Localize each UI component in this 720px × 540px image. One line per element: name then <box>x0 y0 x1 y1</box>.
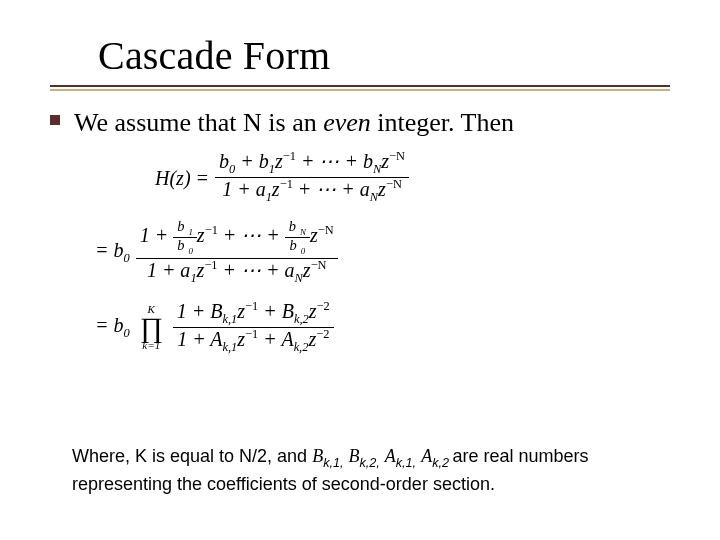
txt: + b <box>235 150 269 172</box>
eq2-denominator: 1 + a1z−1 + ⋯ + aNz−N <box>143 259 331 286</box>
sup: −1 <box>280 177 293 191</box>
txt: b <box>175 218 186 234</box>
eq1-numerator: b0 + b1z−1 + ⋯ + bNz−N <box>215 150 409 177</box>
sup: −1 <box>245 327 258 341</box>
sub: N <box>373 162 381 176</box>
bullet-row: We assume that N is an even integer. The… <box>50 105 670 140</box>
smallfrac-2: bNb0 <box>285 219 310 256</box>
sub: k,2 <box>294 340 309 354</box>
txt: + B <box>258 300 294 322</box>
eq2-fraction: 1 + b1b0z−1 + ⋯ + bNb0z−N 1 + a1z−1 + ⋯ … <box>136 219 338 286</box>
eq3-fraction: 1 + Bk,1z−1 + Bk,2z−2 1 + Ak,1z−1 + Ak,2… <box>173 300 334 355</box>
title-rule <box>50 85 670 91</box>
sub: 0 <box>186 246 194 256</box>
sup: −1 <box>204 258 217 272</box>
sub: 0 <box>124 326 130 340</box>
footer-text: Where, K is equal to N/2, and Bk,1, Bk,2… <box>72 444 660 496</box>
txt: b <box>287 218 298 234</box>
lead-prefix: We assume that N is an <box>74 108 323 137</box>
eq1-lhs: H(z) = <box>155 168 209 188</box>
txt: = b <box>95 239 124 261</box>
txt: z <box>197 224 205 246</box>
coef-B2: B <box>348 446 359 466</box>
lead-suffix: integer. Then <box>371 108 514 137</box>
txt: z <box>309 300 317 322</box>
txt: + ⋯ + <box>218 224 285 246</box>
eq2-lhs: = b0 <box>95 240 130 264</box>
equation-3: = b0 K ∏ k=1 1 + Bk,1z−1 + Bk,2z−2 1 + A… <box>95 300 670 355</box>
sub: N <box>370 190 378 204</box>
txt: Where, K is equal to N/2, and <box>72 446 312 466</box>
equation-1: H(z) = b0 + b1z−1 + ⋯ + bNz−N 1 + a1z−1 … <box>155 150 670 205</box>
sup: −1 <box>205 223 218 237</box>
coef-B1: B <box>312 446 323 466</box>
sub: k,1 <box>222 340 237 354</box>
prod-symbol: ∏ <box>140 315 163 340</box>
sub: N <box>298 227 308 237</box>
sup: −2 <box>316 327 329 341</box>
sub: k,1, <box>396 456 416 470</box>
sup: −N <box>386 177 402 191</box>
sub: k,1, <box>323 456 343 470</box>
txt: 1 + a <box>222 178 266 200</box>
txt: + A <box>258 328 293 350</box>
coef-A1: A <box>385 446 396 466</box>
sub: N <box>295 270 303 284</box>
lead-text: We assume that N is an even integer. The… <box>74 105 514 140</box>
sub: 0 <box>299 246 307 256</box>
coef-A2: A <box>421 446 432 466</box>
sup: −1 <box>245 299 258 313</box>
sup: −1 <box>283 149 296 163</box>
title-wrap: Cascade Form <box>98 32 670 79</box>
sup: −N <box>389 149 405 163</box>
lead-even: even <box>323 108 371 137</box>
txt: z <box>237 328 245 350</box>
txt: b <box>219 150 229 172</box>
eq2-numerator: 1 + b1b0z−1 + ⋯ + bNb0z−N <box>136 219 338 258</box>
sup: −2 <box>317 299 330 313</box>
sup: −N <box>311 258 327 272</box>
txt: + ⋯ + a <box>218 258 295 280</box>
txt: z <box>381 150 389 172</box>
sub: k,1 <box>222 312 237 326</box>
equation-block: H(z) = b0 + b1z−1 + ⋯ + bNz−N 1 + a1z−1 … <box>155 150 670 355</box>
txt: 1 + a <box>147 258 191 280</box>
prod-bot: k=1 <box>142 340 160 351</box>
smallfrac-1: b1b0 <box>173 219 197 256</box>
txt: z <box>310 224 318 246</box>
sub: 1 <box>186 227 194 237</box>
eq3-denominator: 1 + Ak,1z−1 + Ak,2z−2 <box>173 328 333 355</box>
txt: z <box>275 150 283 172</box>
txt: z <box>303 258 311 280</box>
txt: 1 + A <box>177 328 222 350</box>
txt: + ⋯ + a <box>293 178 370 200</box>
sub: k,2 <box>432 456 452 470</box>
txt: + ⋯ + b <box>296 150 373 172</box>
sub: k,2, <box>359 456 379 470</box>
square-bullet-icon <box>50 115 60 125</box>
sup: −N <box>318 223 334 237</box>
txt: 1 + B <box>177 300 223 322</box>
slide: Cascade Form We assume that N is an even… <box>0 0 720 540</box>
txt: z <box>378 178 386 200</box>
eq1-fraction: b0 + b1z−1 + ⋯ + bNz−N 1 + a1z−1 + ⋯ + a… <box>215 150 409 205</box>
txt: b <box>288 237 299 253</box>
eq3-lhs: = b0 <box>95 315 130 339</box>
txt: z <box>237 300 245 322</box>
eq3-numerator: 1 + Bk,1z−1 + Bk,2z−2 <box>173 300 334 327</box>
product-icon: K ∏ k=1 <box>140 304 163 351</box>
sub: 0 <box>124 251 130 265</box>
page-title: Cascade Form <box>98 32 670 79</box>
txt: b <box>175 237 186 253</box>
sub: k,2 <box>294 312 309 326</box>
txt: = b <box>95 314 124 336</box>
eq1-denominator: 1 + a1z−1 + ⋯ + aNz−N <box>218 178 406 205</box>
txt: 1 + <box>140 224 174 246</box>
txt: z <box>272 178 280 200</box>
equation-2: = b0 1 + b1b0z−1 + ⋯ + bNb0z−N 1 + a1z−1… <box>95 219 670 286</box>
